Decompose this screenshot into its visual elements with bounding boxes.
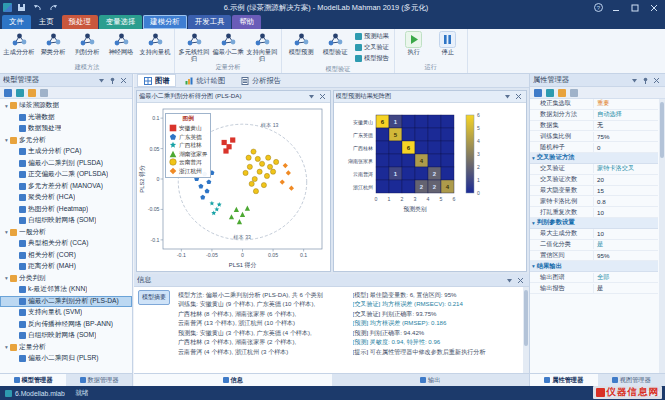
filter-properties-icon[interactable] [570,89,578,97]
sort-properties-icon[interactable] [558,89,566,97]
help-icon[interactable]: ? [592,1,605,14]
ribbon-tab[interactable]: 预处理 [62,15,98,29]
close-button[interactable] [646,1,662,14]
property-value[interactable]: 10 [594,230,658,237]
info-bottom-tab[interactable]: 输出 [332,374,530,386]
expander-icon[interactable]: ▾ [3,103,10,109]
left-bottom-tab[interactable]: 数据管理器 [66,374,132,386]
matrix-close-icon[interactable] [513,91,524,102]
panel-menu-icon[interactable] [96,75,107,86]
prop-pin-icon[interactable] [640,75,651,86]
ribbon-button[interactable]: 执行 [397,30,431,56]
refresh-tree-icon[interactable] [16,89,24,97]
plot-close-icon[interactable] [317,91,328,102]
tree-item[interactable]: 支持向量机 (SVM) [0,307,132,319]
tree-item[interactable]: 热图分析 (Heatmap) [0,204,132,216]
matrix-menu-icon[interactable] [502,91,513,102]
right-bottom-tab[interactable]: 属性管理器 [530,374,598,386]
info-close-icon[interactable] [515,275,526,286]
ribbon-button[interactable]: 聚类分析 [36,30,70,56]
tree-item[interactable]: 偏最小二乘判别分析 (PLS-DA) [0,296,132,308]
tree-item[interactable]: 距离分析 (MAH) [0,261,132,273]
prop-close-icon[interactable] [651,75,662,86]
ribbon-button[interactable]: 支持向量回归 [245,30,279,62]
property-section-header[interactable]: ▾交叉验证方法 [530,153,658,164]
property-value[interactable]: 20 [594,176,658,183]
view-tab[interactable]: 统计绘图 [178,74,232,87]
tree-item[interactable]: 数据预处理 [0,123,132,135]
property-section-header[interactable]: ▾结果输出 [530,261,658,272]
tree-item[interactable]: ▾定量分析 [0,342,132,354]
ribbon-tab[interactable]: 建模分析 [143,15,187,29]
scrollbar-thumb[interactable] [524,290,528,346]
ribbon-button[interactable]: 支持向量机 [138,30,172,56]
ribbon-tab[interactable]: 主页 [32,15,61,29]
ribbon-small-button[interactable]: 交叉验证 [355,43,389,52]
tree-item[interactable]: 偏最小二乘回归 (PLSR) [0,353,132,365]
ribbon-button[interactable]: 模型验证 [318,30,352,56]
property-value[interactable]: 无 [594,121,658,130]
tree-item[interactable]: 自组织映射网络 (SOM) [0,215,132,227]
property-value[interactable]: 0.8 [594,198,658,205]
tree-item[interactable]: 自组织映射网络 (SOM) [0,330,132,342]
expand-all-icon[interactable] [28,89,36,97]
ribbon-tab[interactable]: 开发工具 [188,15,232,29]
property-value[interactable]: 75% [594,133,658,140]
undo-icon[interactable] [31,1,44,14]
scrollbar-thumb[interactable] [660,102,664,158]
maximize-button[interactable] [627,1,643,14]
ribbon-tab[interactable]: 文件 [2,15,31,29]
tree-item[interactable]: 典型相关分析 (CCA) [0,238,132,250]
apply-properties-icon[interactable] [534,89,542,97]
reset-properties-icon[interactable] [546,89,554,97]
plot-menu-icon[interactable] [306,91,317,102]
tree-item[interactable]: 多元方差分析 (MANOVA) [0,181,132,193]
property-value[interactable]: 是 [594,284,658,293]
panel-close-icon[interactable] [118,75,129,86]
redo-icon[interactable] [47,1,60,14]
info-bottom-tab[interactable]: 信息 [134,374,332,386]
tree-item[interactable]: 偏最小二乘判别 (PLSDA) [0,158,132,170]
tree-item[interactable]: 聚类分析 (HCA) [0,192,132,204]
expander-icon[interactable]: ▾ [3,275,10,281]
minimize-button[interactable] [608,1,624,14]
tree-item[interactable]: ▾分类判别 [0,273,132,285]
property-value[interactable]: 10 [594,209,658,216]
property-value[interactable]: 重要 [594,99,658,108]
info-menu-icon[interactable] [504,275,515,286]
expander-icon[interactable]: ▾ [3,344,10,350]
ribbon-tab[interactable]: 变量选择 [99,15,143,29]
tree-item[interactable]: k-最近邻算法 (KNN) [0,284,132,296]
model-summary-chip[interactable]: 模型摘要 [138,290,170,305]
ribbon-button[interactable]: 判别分析 [70,30,104,56]
view-tab[interactable]: 分析报告 [234,74,288,87]
ribbon-button[interactable]: 模型预测 [284,30,318,56]
right-bottom-tab[interactable]: 视图管理器 [598,374,665,386]
property-value[interactable]: 自动选择 [594,110,658,119]
new-model-icon[interactable] [4,89,12,97]
property-section-header[interactable]: ▾判别参数设置 [530,218,658,229]
prop-menu-icon[interactable] [629,75,640,86]
property-value[interactable]: 是 [594,240,658,249]
tree-item[interactable]: ▾绿茶溯源数据 [0,100,132,112]
ribbon-button[interactable]: 主成分分析 [2,30,36,56]
left-bottom-tab[interactable]: 模型管理器 [0,374,66,386]
ribbon-small-button[interactable]: 模型报告 [355,54,389,63]
save-icon[interactable] [15,1,28,14]
property-value[interactable]: 全部 [594,273,658,282]
collapse-all-icon[interactable] [40,89,48,97]
property-value[interactable]: 蒙特卡洛交叉 [594,164,658,173]
tree-item[interactable]: 主成分分析 (PCA) [0,146,132,158]
tree-item[interactable]: ▾多元分析 [0,135,132,147]
tree-item[interactable]: 光谱数据 [0,112,132,124]
tree-item[interactable]: 反向传播神经网络 (BP-ANN) [0,319,132,331]
ribbon-button[interactable]: 停止 [431,30,465,56]
ribbon-tab[interactable]: 帮助 [232,15,261,29]
view-tab[interactable]: 图谱 [137,74,176,87]
tree-item[interactable]: ▾一般分析 [0,227,132,239]
panel-pin-icon[interactable] [107,75,118,86]
expander-icon[interactable]: ▾ [3,229,10,235]
ribbon-button[interactable]: 多元线性回归 [177,30,211,62]
expander-icon[interactable]: ▾ [3,137,10,143]
property-value[interactable]: 0 [594,144,658,151]
